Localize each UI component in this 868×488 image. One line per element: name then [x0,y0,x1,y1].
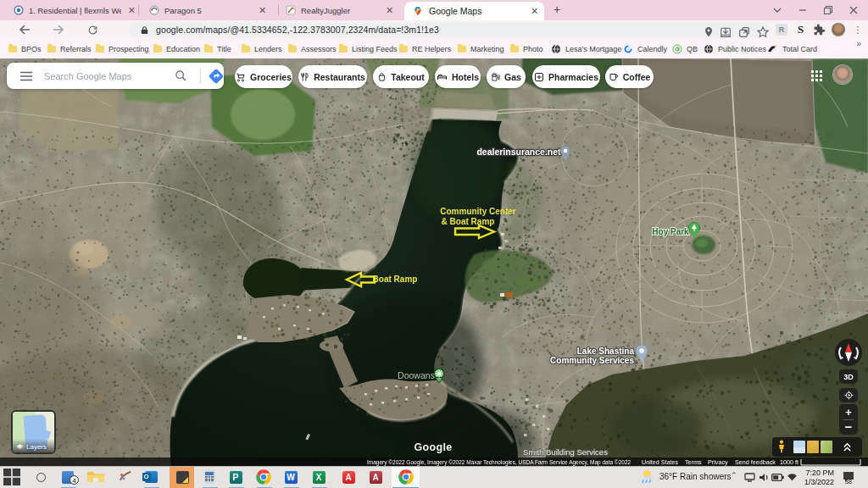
svg-text:Google: Google [415,441,453,453]
svg-text:dealerinsurance.net: dealerinsurance.net [476,147,561,157]
svg-text:Hoy Park: Hoy Park [652,227,689,236]
svg-text:Community Center: Community Center [440,207,516,216]
svg-text:38: 38 [845,479,852,485]
svg-text:Smith Building Services: Smith Building Services [523,447,608,457]
svg-text:Community Services: Community Services [550,356,634,365]
svg-text:& Boat Ramp: & Boat Ramp [442,217,495,226]
svg-text:Doowans: Doowans [398,370,435,380]
svg-text:Boat Ramp: Boat Ramp [373,274,418,284]
svg-text:Lake Shastina: Lake Shastina [577,347,635,356]
